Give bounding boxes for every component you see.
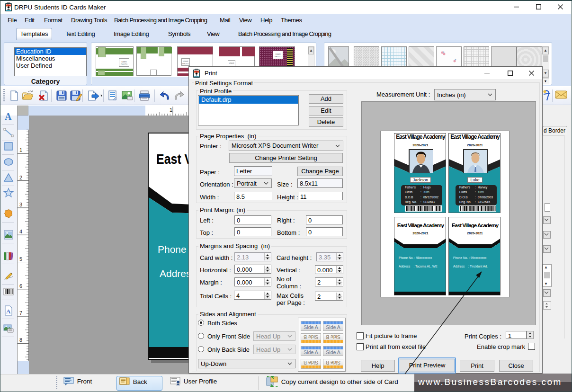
svg-text:5: 5 <box>19 256 22 262</box>
svg-text:1: 1 <box>19 147 22 153</box>
svg-text:7: 7 <box>19 310 22 316</box>
svg-text:2: 2 <box>19 175 22 180</box>
svg-text:4: 4 <box>19 229 22 234</box>
svg-text:8: 8 <box>19 337 22 343</box>
svg-text:1: 1 <box>170 107 172 113</box>
svg-text:A: A <box>5 111 12 122</box>
svg-text:A: A <box>6 308 11 315</box>
svg-text:3: 3 <box>19 202 22 207</box>
svg-text:6: 6 <box>19 283 22 289</box>
